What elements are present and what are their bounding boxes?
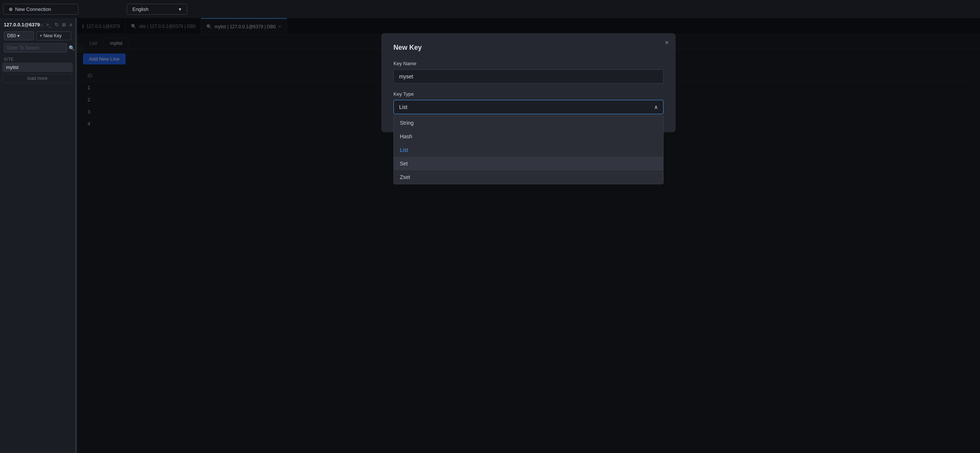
search-input[interactable] <box>4 43 67 52</box>
key-type-option-list[interactable]: List <box>394 143 663 157</box>
sidebar-item-mylist[interactable]: mylist <box>2 63 73 72</box>
chevron-up-icon: ∧ <box>654 104 658 110</box>
sidebar-item-label: mylist <box>6 65 19 70</box>
home-icon[interactable]: ⌂ <box>40 22 43 27</box>
language-label: English <box>132 6 149 12</box>
new-key-modal: × New Key Key Name Key Type List ∧ <box>381 33 676 132</box>
key-type-label: Key Type <box>393 91 663 97</box>
main-layout: 127.0.0.1@6379 ⌂ >_ ↻ ⊞ ∧ DB0 ▾ + New Ke… <box>0 18 980 453</box>
plus-circle-icon: ⊕ <box>9 6 13 12</box>
key-name-label: Key Name <box>393 61 663 67</box>
search-row: 🔍 □ <box>0 42 75 54</box>
key-name-group: Key Name <box>393 61 663 84</box>
load-more-button[interactable]: load more <box>3 74 72 83</box>
db-chevron-icon: ▾ <box>18 33 20 38</box>
new-key-button[interactable]: + New Key <box>36 31 71 40</box>
sidebar-group-label: site <box>0 54 75 62</box>
terminal-icon[interactable]: >_ <box>46 22 52 27</box>
db-selected-label: DB0 <box>7 33 16 38</box>
collapse-icon[interactable]: ∧ <box>69 22 73 27</box>
chevron-down-icon: ▾ <box>179 6 181 12</box>
refresh-icon[interactable]: ↻ <box>55 22 59 27</box>
search-button[interactable]: 🔍 <box>68 45 75 51</box>
key-type-selector: List ∧ String Hash List <box>393 100 663 114</box>
key-type-dropdown-trigger[interactable]: List ∧ <box>393 100 663 114</box>
sidebar-icons: ⌂ >_ ↻ ⊞ ∧ <box>40 22 73 27</box>
db-select[interactable]: DB0 ▾ <box>4 31 34 40</box>
new-key-label: + New Key <box>40 33 62 38</box>
new-connection-label: New Connection <box>15 6 51 12</box>
key-type-group: Key Type List ∧ String Hash <box>393 91 663 114</box>
key-type-option-zset[interactable]: Zset <box>394 170 663 184</box>
key-type-option-set[interactable]: Set <box>394 157 663 170</box>
key-type-option-string[interactable]: String <box>394 116 663 130</box>
key-name-input[interactable] <box>393 69 663 84</box>
sidebar-db-row: DB0 ▾ + New Key <box>0 30 75 42</box>
modal-overlay: × New Key Key Name Key Type List ∧ <box>77 18 980 453</box>
sidebar-header: 127.0.0.1@6379 ⌂ >_ ↻ ⊞ ∧ <box>0 18 75 30</box>
sidebar: 127.0.0.1@6379 ⌂ >_ ↻ ⊞ ∧ DB0 ▾ + New Ke… <box>0 18 75 453</box>
content-area: ℹ 127.0.0.1@6379 🔍 site | 127.0.0.1@6379… <box>77 18 980 453</box>
modal-title: New Key <box>393 44 663 52</box>
language-selector[interactable]: English ▾ <box>127 4 187 15</box>
key-type-selected-label: List <box>399 104 407 110</box>
modal-close-button[interactable]: × <box>665 39 669 46</box>
key-type-dropdown: String Hash List Set <box>393 116 663 184</box>
top-bar: ⊕ New Connection English ▾ <box>0 0 980 18</box>
connection-label: 127.0.0.1@6379 <box>4 22 40 27</box>
key-type-option-hash[interactable]: Hash <box>394 130 663 143</box>
grid-icon[interactable]: ⊞ <box>62 22 66 27</box>
new-connection-button[interactable]: ⊕ New Connection <box>3 4 78 15</box>
